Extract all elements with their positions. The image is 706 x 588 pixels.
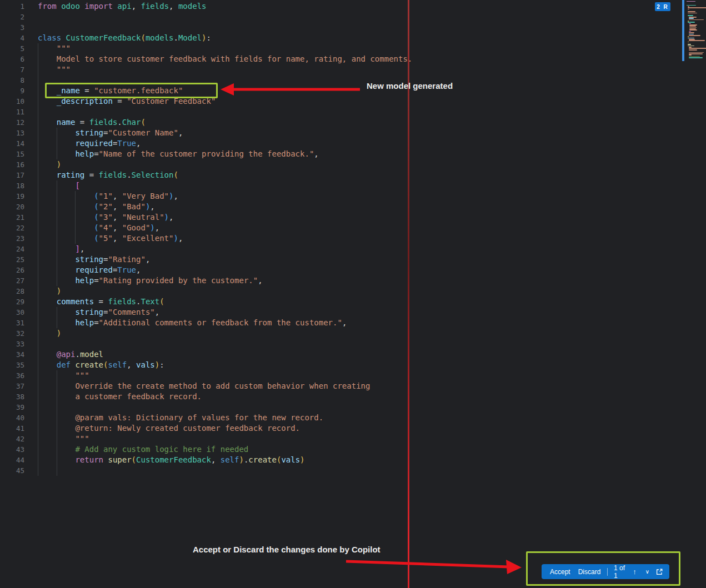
annotation-new-model-label: New model generated xyxy=(367,81,453,91)
minimap-line xyxy=(688,22,695,23)
code-text: string="Customer Name", xyxy=(38,128,183,138)
code-line-40[interactable]: 40 @param vals: Dictionary of values for… xyxy=(0,413,644,423)
code-line-30[interactable]: 30 string="Comments", xyxy=(0,307,644,318)
code-line-4[interactable]: 4class CustomerFeedback(models.Model): xyxy=(0,33,644,43)
code-text: ("2", "Bad"), xyxy=(38,202,155,212)
line-number: 18 xyxy=(0,180,24,191)
line-number: 32 xyxy=(0,328,24,339)
line-number: 36 xyxy=(0,370,24,381)
code-line-28[interactable]: 28 ) xyxy=(0,286,644,296)
minimap[interactable] xyxy=(682,0,706,64)
code-line-7[interactable]: 7 """ xyxy=(0,64,644,75)
minimap-slider[interactable] xyxy=(682,0,684,61)
line-number: 2 xyxy=(0,12,24,22)
line-number: 6 xyxy=(0,54,24,64)
line-number: 45 xyxy=(0,465,24,476)
line-number: 10 xyxy=(0,96,24,107)
code-text: ("4", "Good"), xyxy=(38,223,159,233)
code-line-27[interactable]: 27 help="Rating provided by the customer… xyxy=(0,275,644,286)
code-text: string="Comments", xyxy=(38,307,159,318)
code-line-1[interactable]: 1from odoo import api, fields, models xyxy=(0,1,644,12)
code-line-42[interactable]: 42 """ xyxy=(0,434,644,444)
line-number: 39 xyxy=(0,402,24,413)
code-line-44[interactable]: 44 return super(CustomerFeedback, self).… xyxy=(0,455,644,465)
code-line-15[interactable]: 15 help="Name of the customer providing … xyxy=(0,149,644,159)
code-line-18[interactable]: 18 [ xyxy=(0,180,644,191)
code-text: a customer feedback record. xyxy=(38,391,202,402)
code-line-26[interactable]: 26 required=True, xyxy=(0,265,644,275)
line-number: 35 xyxy=(0,360,24,370)
code-line-21[interactable]: 21 ("3", "Neutral"), xyxy=(0,212,644,223)
line-number: 7 xyxy=(0,64,24,75)
line-number: 30 xyxy=(0,307,24,318)
code-line-41[interactable]: 41 @return: Newly created customer feedb… xyxy=(0,423,644,434)
code-line-12[interactable]: 12 name = fields.Char( xyxy=(0,117,644,128)
code-line-23[interactable]: 23 ("5", "Excellent"), xyxy=(0,233,644,244)
code-line-6[interactable]: 6 Model to store customer feedback with … xyxy=(0,54,644,64)
minimap-line xyxy=(688,13,697,14)
line-number: 1 xyxy=(0,1,24,12)
code-line-31[interactable]: 31 help="Additional comments or feedback… xyxy=(0,318,644,328)
code-line-13[interactable]: 13 string="Customer Name", xyxy=(0,128,644,138)
open-in-editor-icon[interactable] xyxy=(654,568,665,576)
discard-button[interactable]: Discard xyxy=(574,568,605,576)
code-line-43[interactable]: 43 # Add any custom logic here if needed xyxy=(0,444,644,455)
annotation-accept-discard-label: Accept or Discard the changes done by Co… xyxy=(193,545,380,554)
minimap-line xyxy=(689,32,695,33)
code-line-32[interactable]: 32 ) xyxy=(0,328,644,339)
code-line-35[interactable]: 35 def create(self, vals): xyxy=(0,360,644,370)
line-number: 5 xyxy=(0,43,24,54)
code-line-3[interactable]: 3 xyxy=(0,22,644,33)
code-text: """ xyxy=(38,434,89,444)
code-text: """ xyxy=(38,43,71,54)
code-line-16[interactable]: 16 ) xyxy=(0,159,644,170)
line-number: 17 xyxy=(0,170,24,180)
minimap-line xyxy=(689,48,706,49)
code-text: rating = fields.Selection( xyxy=(38,170,178,180)
code-line-14[interactable]: 14 required=True, xyxy=(0,138,644,149)
line-number: 15 xyxy=(0,149,24,159)
line-number: 33 xyxy=(0,339,24,349)
previous-change-icon[interactable]: ↑ xyxy=(628,564,641,579)
code-text: @api.model xyxy=(38,349,103,360)
line-number: 12 xyxy=(0,117,24,128)
code-line-19[interactable]: 19 ("1", "Very Bad"), xyxy=(0,191,644,202)
line-number: 34 xyxy=(0,349,24,360)
code-line-33[interactable]: 33 xyxy=(0,339,644,349)
code-line-11[interactable]: 11 xyxy=(0,107,644,117)
code-line-25[interactable]: 25 string="Rating", xyxy=(0,254,644,265)
code-line-45[interactable]: 45 xyxy=(0,465,644,476)
line-number: 23 xyxy=(0,233,24,244)
next-change-icon[interactable]: ∨ xyxy=(641,564,654,579)
code-text: return super(CustomerFeedback, self).cre… xyxy=(38,455,305,465)
minimap-line xyxy=(689,52,704,53)
code-line-34[interactable]: 34 @api.model xyxy=(0,349,644,360)
arrow-to-toolbar xyxy=(346,560,522,574)
code-line-22[interactable]: 22 ("4", "Good"), xyxy=(0,223,644,233)
code-line-39[interactable]: 39 xyxy=(0,402,644,413)
code-text: name = fields.Char( xyxy=(38,117,146,128)
code-line-36[interactable]: 36 """ xyxy=(0,370,644,381)
code-line-5[interactable]: 5 """ xyxy=(0,43,644,54)
indent-guide xyxy=(38,75,38,86)
line-number: 22 xyxy=(0,223,24,233)
code-line-20[interactable]: 20 ("2", "Bad"), xyxy=(0,202,644,212)
code-text: help="Name of the customer providing the… xyxy=(38,149,319,159)
code-line-38[interactable]: 38 a customer feedback record. xyxy=(0,391,644,402)
minimap-line xyxy=(688,7,706,8)
line-number: 4 xyxy=(0,33,24,43)
minimap-line xyxy=(688,36,689,37)
code-line-2[interactable]: 2 xyxy=(0,12,644,22)
accept-button[interactable]: Accept xyxy=(546,568,574,576)
code-line-29[interactable]: 29 comments = fields.Text( xyxy=(0,296,644,307)
minimap-line xyxy=(688,9,689,10)
code-line-17[interactable]: 17 rating = fields.Selection( xyxy=(0,170,644,180)
code-line-37[interactable]: 37 Override the create method to add cus… xyxy=(0,381,644,391)
code-text: [ xyxy=(38,180,80,191)
copilot-inline-toolbar: Accept Discard 1 of 1 ↑ ∨ xyxy=(542,564,669,579)
code-area[interactable]: 1from odoo import api, fields, models234… xyxy=(0,1,644,476)
code-line-24[interactable]: 24 ], xyxy=(0,244,644,254)
line-number: 14 xyxy=(0,138,24,149)
code-text: comments = fields.Text( xyxy=(38,296,164,307)
indent-guide xyxy=(38,402,38,413)
